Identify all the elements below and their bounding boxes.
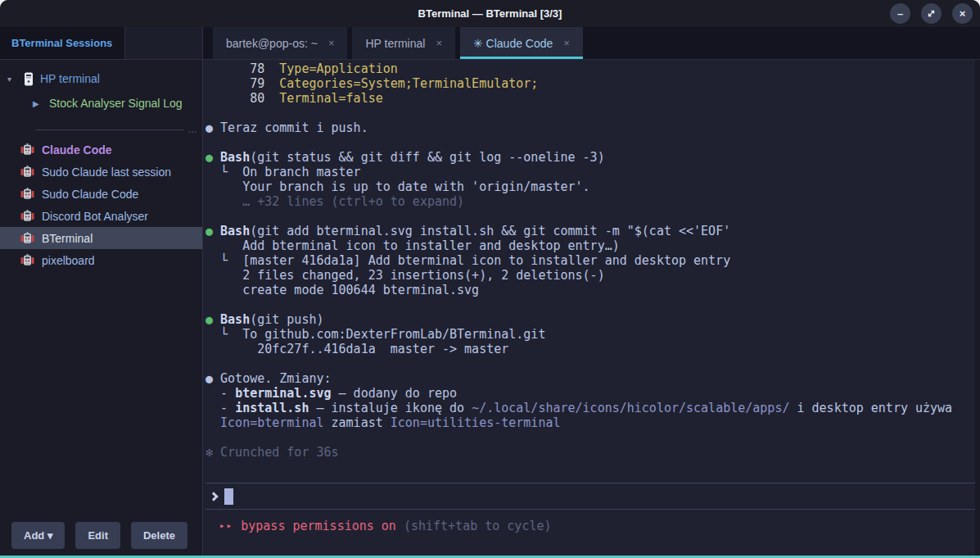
sidebar-item-sudo-claude-last-session[interactable]: Sudo Claude last session bbox=[0, 161, 202, 183]
prompt-chevron-icon bbox=[209, 492, 218, 501]
sidebar-header-tab[interactable]: BTerminal Sessions bbox=[0, 27, 125, 60]
maximize-icon bbox=[927, 9, 936, 18]
add-button[interactable]: Add ▾ bbox=[11, 522, 65, 549]
terminal-line: ● Gotowe. Zmiany: bbox=[205, 371, 972, 386]
tab-hp-terminal[interactable]: HP terminal× bbox=[352, 27, 454, 59]
terminal-line: ● Teraz commit i push. bbox=[205, 120, 972, 135]
edit-button[interactable]: Edit bbox=[75, 522, 120, 549]
terminal-line bbox=[205, 135, 972, 150]
terminal-line: Your branch is up to date with 'origin/m… bbox=[205, 179, 972, 194]
robot-icon bbox=[20, 166, 34, 178]
sidebar-header-title: BTerminal Sessions bbox=[11, 37, 112, 49]
sidebar-item-sudo-claude-code[interactable]: Sudo Claude Code bbox=[0, 183, 202, 205]
sidebar-item-pixelboard[interactable]: pixelboard bbox=[0, 249, 202, 271]
terminal-line: └ To github.com:DexterFromLab/BTerminal.… bbox=[205, 327, 972, 342]
terminal-line: Icon=bterminal zamiast Icon=utilities-te… bbox=[205, 415, 972, 430]
session-list: Claude CodeSudo Claude last sessionSudo … bbox=[0, 138, 202, 271]
session-label: Sudo Claude Code bbox=[42, 188, 138, 201]
tree-item-stock-analyser-signal-log[interactable]: ▶ Stock Analyser Signal Log bbox=[0, 91, 202, 116]
session-label: Claude Code bbox=[42, 143, 112, 157]
robot-icon bbox=[20, 210, 34, 222]
computer-icon bbox=[24, 72, 34, 86]
terminal-view[interactable]: 78 Type=Application 79 Categories=System… bbox=[203, 60, 980, 556]
window-title: BTerminal — BTerminal [3/3] bbox=[418, 7, 562, 20]
session-label: pixelboard bbox=[42, 254, 95, 267]
minimize-button[interactable]: – bbox=[890, 3, 910, 24]
terminal-line: create mode 100644 bterminal.svg bbox=[205, 283, 972, 297]
sidebar-item-bterminal[interactable]: BTerminal bbox=[0, 227, 202, 249]
minimize-icon: – bbox=[897, 7, 903, 20]
sidebar-item-discord-bot-analyser[interactable]: Discord Bot Analyser bbox=[0, 205, 202, 227]
close-icon[interactable]: × bbox=[436, 37, 442, 49]
terminal-line: … +32 lines (ctrl+o to expand) bbox=[205, 194, 972, 209]
window-controls: – × bbox=[890, 3, 973, 24]
sessions-sidebar: BTerminal Sessions ▾ HP termin bbox=[0, 27, 203, 556]
text-cursor bbox=[224, 488, 233, 505]
app-body: BTerminal Sessions ▾ HP termin bbox=[0, 27, 980, 556]
robot-icon bbox=[20, 232, 34, 244]
tree-item-label: Stock Analyser Signal Log bbox=[49, 97, 183, 110]
tab-label: ✳ Claude Code bbox=[473, 37, 553, 50]
play-icon[interactable]: ▶ bbox=[33, 99, 44, 108]
terminal-line bbox=[205, 209, 972, 224]
tab-bar: bartek@pop-os: ~×HP terminal×✳ Claude Co… bbox=[203, 27, 980, 60]
close-icon[interactable]: × bbox=[563, 37, 570, 49]
maximize-button[interactable] bbox=[921, 3, 942, 24]
terminal-line: 78 Type=Application bbox=[205, 61, 972, 76]
session-label: Sudo Claude last session bbox=[42, 166, 171, 179]
permissions-status[interactable]: ▸▸ bypass permissions on (shift+tab to c… bbox=[205, 519, 972, 533]
sidebar-header-spacer bbox=[125, 27, 202, 60]
session-tree: ▾ HP terminal ▶ Stock Analyser Signal Lo… bbox=[0, 60, 202, 116]
terminal-line: 79 Categories=System;TerminalEmulator; bbox=[205, 76, 972, 91]
scrollbar[interactable] bbox=[975, 60, 980, 556]
tab-claude-code[interactable]: ✳ Claude Code× bbox=[460, 27, 583, 59]
terminal-line bbox=[205, 356, 972, 371]
tab-label: bartek@pop-os: ~ bbox=[226, 37, 318, 50]
terminal-line: ● Bash(git push) bbox=[205, 312, 972, 327]
terminal-line bbox=[205, 430, 972, 445]
terminal-line bbox=[205, 106, 972, 120]
terminal-line: 20fc27f..416da1a master -> master bbox=[205, 342, 972, 356]
terminal-line: 80 Terminal=false bbox=[205, 91, 972, 106]
divider-line bbox=[36, 129, 184, 130]
permission-mode-label: bypass permissions on bbox=[241, 519, 396, 533]
sidebar-item-claude-code[interactable]: Claude Code bbox=[0, 138, 202, 161]
robot-icon bbox=[20, 143, 34, 156]
delete-button[interactable]: Delete bbox=[131, 522, 187, 549]
session-label: BTerminal bbox=[42, 232, 93, 245]
terminal-line: ● Bash(git add bterminal.svg install.sh … bbox=[205, 224, 972, 238]
close-icon[interactable]: × bbox=[328, 37, 335, 49]
robot-icon bbox=[20, 188, 34, 200]
terminal-line bbox=[205, 297, 972, 312]
tab-label: HP terminal bbox=[365, 37, 425, 50]
title-bar[interactable]: BTerminal — BTerminal [3/3] – × bbox=[0, 0, 980, 27]
app-window: BTerminal — BTerminal [3/3] – × BTermina… bbox=[0, 0, 980, 558]
terminal-output: 78 Type=Application 79 Categories=System… bbox=[205, 61, 972, 460]
sidebar-header: BTerminal Sessions bbox=[0, 27, 202, 60]
tree-item-hp-terminal[interactable]: ▾ HP terminal bbox=[0, 66, 202, 91]
sidebar-buttons: Add ▾ Edit Delete bbox=[11, 522, 187, 549]
terminal-line: ● Bash(git status && git diff && git log… bbox=[205, 150, 972, 165]
main-area: bartek@pop-os: ~×HP terminal×✳ Claude Co… bbox=[203, 27, 980, 556]
double-arrow-icon: ▸▸ bbox=[219, 519, 233, 533]
tree-item-label: HP terminal bbox=[40, 72, 100, 85]
close-button[interactable]: × bbox=[952, 3, 973, 24]
cycle-hint-label: (shift+tab to cycle) bbox=[404, 519, 552, 533]
session-label: Discord Bot Analyser bbox=[42, 210, 148, 223]
robot-icon bbox=[20, 254, 34, 266]
divider-ellipsis: … bbox=[187, 127, 197, 132]
terminal-line: - install.sh — instaluje ikonę do ~/.loc… bbox=[205, 401, 972, 415]
tab-bartek-pop-os[interactable]: bartek@pop-os: ~× bbox=[213, 27, 347, 59]
terminal-line: Add bterminal icon to installer and desk… bbox=[205, 238, 972, 253]
terminal-line: - bterminal.svg — dodany do repo bbox=[205, 386, 972, 401]
prompt-input[interactable] bbox=[205, 483, 980, 510]
terminal-line: 2 files changed, 23 insertions(+), 2 del… bbox=[205, 268, 972, 283]
terminal-line: ✻ Crunched for 36s bbox=[205, 445, 972, 460]
chevron-down-icon[interactable]: ▾ bbox=[7, 75, 17, 84]
terminal-line: └ [master 416da1a] Add bterminal icon to… bbox=[205, 253, 972, 268]
terminal-line: └ On branch master bbox=[205, 165, 972, 179]
sidebar-divider: … bbox=[36, 127, 197, 132]
close-icon: × bbox=[960, 7, 966, 20]
